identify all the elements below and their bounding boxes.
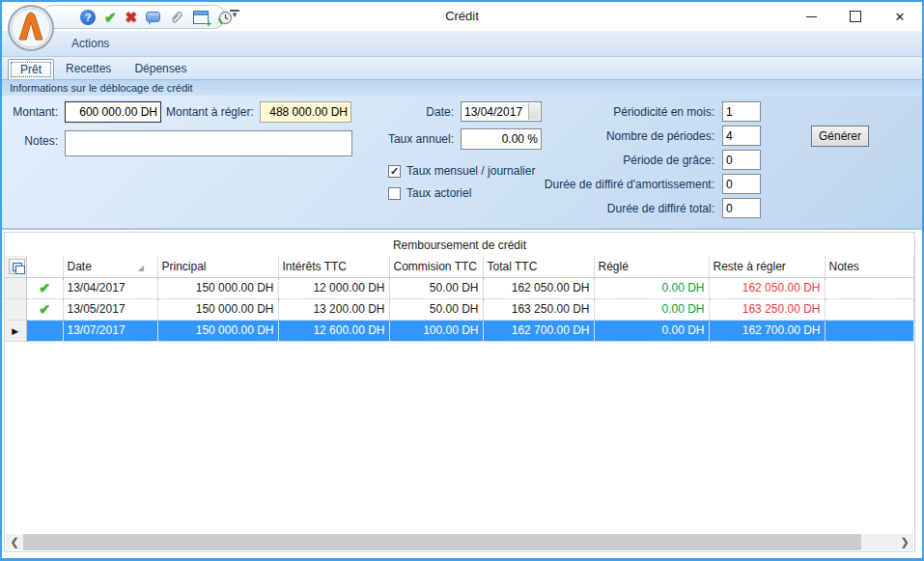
menu-bar: Actions (2, 31, 922, 57)
grid-customize-corner[interactable] (5, 256, 26, 277)
row-header[interactable] (5, 277, 26, 298)
periode-grace-label: Période de grâce: (425, 154, 714, 167)
cell-reste[interactable]: 162 700.00 DH (709, 320, 825, 341)
col-principal[interactable]: Principal (157, 256, 278, 277)
cell-regle[interactable]: 0.00 DH (594, 320, 709, 341)
close-button[interactable]: ✕ (878, 2, 922, 31)
scrollbar-thumb[interactable] (23, 534, 861, 550)
table-row[interactable]: ✔ 13/04/2017 150 000.00 DH 12 000.00 DH … (5, 277, 914, 298)
row-header[interactable] (5, 298, 26, 320)
app-logo-icon[interactable] (7, 4, 55, 52)
cell-interets[interactable]: 13 200.00 DH (278, 298, 389, 320)
duree-diffire-amortissement-label: Durée de diffiré d'amortissement: (425, 178, 714, 191)
cell-commision[interactable]: 50.00 DH (389, 298, 483, 320)
cell-notes[interactable] (825, 277, 914, 298)
scroll-left-icon[interactable]: ❮ (6, 534, 23, 550)
help-icon[interactable]: ? (80, 9, 96, 26)
menu-actions[interactable]: Actions (66, 35, 115, 52)
section-title: Informations sur le déblocage de crédit (2, 79, 922, 96)
cell-commision[interactable]: 50.00 DH (389, 277, 483, 298)
tab-recettes[interactable]: Recettes (54, 59, 123, 79)
row-status-cell: ✔ (26, 277, 63, 298)
col-date[interactable]: Date◢ (63, 256, 157, 277)
cell-commision[interactable]: 100.00 DH (389, 320, 483, 341)
cell-principal[interactable]: 150 000.00 DH (157, 298, 278, 320)
cell-date[interactable]: 13/04/2017 (63, 277, 157, 298)
cell-interets[interactable]: 12 600.00 DH (278, 320, 389, 341)
table-row[interactable]: ▶ 13/07/2017 150 000.00 DH 12 600.00 DH … (5, 320, 914, 341)
sort-ascending-icon: ◢ (138, 264, 144, 272)
periodicite-input[interactable] (722, 101, 761, 122)
duree-diffire-amortissement-input[interactable] (722, 174, 761, 194)
montant-label: Montant: (2, 105, 58, 119)
col-commision[interactable]: Commision TTC (389, 256, 483, 277)
maximize-button[interactable] (833, 2, 878, 31)
cell-total[interactable]: 163 250.00 DH (483, 298, 594, 320)
cell-notes[interactable] (825, 320, 914, 341)
periode-grace-input[interactable] (722, 150, 761, 170)
scrollbar-track[interactable] (861, 534, 896, 550)
attachment-icon[interactable] (169, 9, 184, 26)
comment-icon[interactable] (146, 9, 160, 26)
taux-actoriel-checkbox-box[interactable] (388, 187, 401, 200)
customize-columns-icon[interactable] (9, 259, 25, 274)
tab-pret[interactable]: Prêt (8, 59, 54, 80)
cell-principal[interactable]: 150 000.00 DH (157, 320, 278, 341)
duree-diffire-total-label: Durée de diffiré total: (425, 202, 714, 215)
table-row[interactable]: ✔ 13/05/2017 150 000.00 DH 13 200.00 DH … (5, 298, 914, 320)
cell-interets[interactable]: 12 000.00 DH (278, 277, 389, 298)
quick-access-toolbar: ? ✔ ✖ (41, 5, 226, 29)
grid-caption: Remboursement de crédit (5, 233, 914, 256)
customize-toolbar-icon[interactable]: ▼ (230, 10, 239, 17)
credit-window: ? ✔ ✖ ▼ Crédit ✕ (0, 0, 924, 561)
montant-a-regler-label: Montant à régler: (166, 105, 254, 119)
add-schedule-icon[interactable] (193, 9, 209, 26)
tab-depenses[interactable]: Dépenses (123, 59, 198, 79)
periodicite-label: Périodicité en mois: (425, 105, 714, 119)
row-header[interactable]: ▶ (5, 320, 26, 341)
selected-row-arrow-icon: ▶ (12, 326, 18, 336)
remboursement-grid: Remboursement de crédit Date◢ Principal … (4, 232, 915, 552)
col-reste[interactable]: Reste à régler (709, 256, 825, 277)
duree-diffire-total-input[interactable] (722, 198, 761, 218)
cell-reste[interactable]: 162 050.00 DH (709, 277, 825, 298)
validate-icon[interactable]: ✔ (104, 9, 117, 26)
title-bar: ? ✔ ✖ ▼ Crédit ✕ (2, 2, 922, 31)
scroll-right-icon[interactable]: ❯ (896, 534, 913, 550)
col-interets[interactable]: Intérêts TTC (278, 256, 389, 277)
credit-form: Montant: Montant à régler: Notes: Date: … (2, 96, 922, 230)
cell-total[interactable]: 162 050.00 DH (483, 277, 594, 298)
validated-check-icon: ✔ (39, 301, 50, 317)
validated-check-icon: ✔ (39, 280, 50, 295)
cell-date[interactable]: 13/05/2017 (63, 298, 157, 320)
col-notes[interactable]: Notes (825, 256, 914, 277)
delete-icon[interactable]: ✖ (126, 9, 138, 26)
cell-principal[interactable]: 150 000.00 DH (157, 277, 278, 298)
taux-mensuel-checkbox-box[interactable] (388, 165, 401, 178)
cell-date[interactable]: 13/07/2017 (63, 320, 157, 341)
nb-periodes-label: Nombre de périodes: (425, 129, 714, 143)
nb-periodes-input[interactable] (722, 126, 761, 146)
montant-input[interactable] (65, 101, 161, 123)
col-regle[interactable]: Réglé (594, 256, 709, 277)
row-status-cell: ✔ (26, 298, 63, 320)
cell-regle[interactable]: 0.00 DH (594, 298, 709, 320)
generer-button[interactable]: Générer (811, 126, 869, 147)
cell-notes[interactable] (825, 298, 914, 320)
horizontal-scrollbar[interactable]: ❮ ❯ (6, 534, 913, 550)
cell-total[interactable]: 162 700.00 DH (483, 320, 594, 341)
row-status-cell (26, 320, 63, 341)
minimize-button[interactable] (789, 2, 833, 31)
cell-reste[interactable]: 163 250.00 DH (709, 298, 825, 320)
col-status[interactable] (26, 256, 63, 277)
cell-regle[interactable]: 0.00 DH (594, 277, 709, 298)
grid-header-row: Date◢ Principal Intérêts TTC Commision T… (5, 256, 914, 277)
tab-strip: Prêt Recettes Dépenses (2, 57, 922, 79)
notes-label: Notes: (2, 134, 58, 148)
col-total[interactable]: Total TTC (483, 256, 594, 277)
